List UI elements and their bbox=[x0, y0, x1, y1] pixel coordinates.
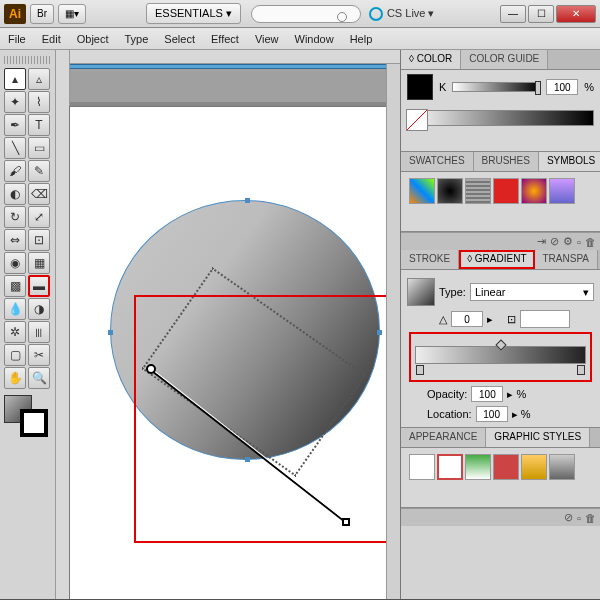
free-transform-tool[interactable]: ⊡ bbox=[28, 229, 50, 251]
magic-wand-tool[interactable]: ✦ bbox=[4, 91, 26, 113]
symbol-break-icon[interactable]: ⊘ bbox=[550, 235, 559, 248]
pencil-tool[interactable]: ✎ bbox=[28, 160, 50, 182]
fill-stroke-control[interactable] bbox=[4, 395, 51, 435]
doc-header bbox=[70, 64, 400, 102]
tab-appearance[interactable]: APPEARANCE bbox=[401, 428, 486, 447]
symbol-ribbon[interactable] bbox=[493, 178, 519, 204]
symbol-cube[interactable] bbox=[409, 178, 435, 204]
width-tool[interactable]: ⇔ bbox=[4, 229, 26, 251]
style-break-icon[interactable]: ⊘ bbox=[564, 511, 573, 524]
aspect-dropdown[interactable] bbox=[520, 310, 570, 328]
k-slider[interactable] bbox=[452, 82, 540, 92]
bridge-button[interactable]: Br bbox=[30, 4, 54, 24]
style-5[interactable] bbox=[521, 454, 547, 480]
opacity-input[interactable] bbox=[471, 386, 503, 402]
gradient-stop-right[interactable] bbox=[577, 365, 585, 375]
symbol-delete-icon[interactable]: 🗑 bbox=[585, 236, 596, 248]
menu-type[interactable]: Type bbox=[125, 33, 149, 45]
gradient-angle-input[interactable] bbox=[451, 311, 483, 327]
symbol-orb[interactable] bbox=[521, 178, 547, 204]
blob-brush-tool[interactable]: ◐ bbox=[4, 183, 26, 205]
tab-color-guide[interactable]: COLOR GUIDE bbox=[461, 50, 548, 69]
style-delete-icon[interactable]: 🗑 bbox=[585, 512, 596, 524]
style-4[interactable] bbox=[493, 454, 519, 480]
style-2[interactable] bbox=[437, 454, 463, 480]
paintbrush-tool[interactable]: 🖌 bbox=[4, 160, 26, 182]
symbol-new-icon[interactable]: ▫ bbox=[577, 236, 581, 248]
tab-gradient[interactable]: ◊ GRADIENT bbox=[459, 250, 534, 269]
mesh-tool[interactable]: ▩ bbox=[4, 275, 26, 297]
gradient-type-dropdown[interactable]: Linear▾ bbox=[470, 283, 594, 301]
scrollbar-vertical[interactable] bbox=[386, 64, 400, 599]
pen-tool[interactable]: ✒ bbox=[4, 114, 26, 136]
close-button[interactable]: ✕ bbox=[556, 5, 596, 23]
selection-tool[interactable]: ▴ bbox=[4, 68, 26, 90]
shape-builder-tool[interactable]: ◉ bbox=[4, 252, 26, 274]
style-3[interactable] bbox=[465, 454, 491, 480]
symbol-ink[interactable] bbox=[437, 178, 463, 204]
hand-tool[interactable]: ✋ bbox=[4, 367, 26, 389]
scale-tool[interactable]: ⤢ bbox=[28, 206, 50, 228]
anchor-left[interactable] bbox=[108, 330, 113, 335]
gradient-ramp[interactable] bbox=[415, 346, 586, 364]
symbol-grass[interactable] bbox=[465, 178, 491, 204]
symbol-sprayer-tool[interactable]: ✲ bbox=[4, 321, 26, 343]
tab-graphic-styles[interactable]: GRAPHIC STYLES bbox=[486, 428, 590, 447]
rotate-tool[interactable]: ↻ bbox=[4, 206, 26, 228]
blend-tool[interactable]: ◑ bbox=[28, 298, 50, 320]
doc-tab-bar[interactable] bbox=[70, 64, 400, 69]
rectangle-tool[interactable]: ▭ bbox=[28, 137, 50, 159]
tab-brushes[interactable]: BRUSHES bbox=[474, 152, 539, 171]
panel-grip[interactable] bbox=[4, 56, 51, 64]
cs-live-button[interactable]: CS Live ▾ bbox=[369, 7, 435, 21]
menu-file[interactable]: File bbox=[8, 33, 26, 45]
zoom-tool[interactable]: 🔍 bbox=[28, 367, 50, 389]
line-tool[interactable]: ╲ bbox=[4, 137, 26, 159]
midpoint-diamond[interactable] bbox=[495, 339, 506, 350]
tab-symbols[interactable]: SYMBOLS bbox=[539, 152, 600, 171]
gradient-preview[interactable] bbox=[407, 278, 435, 306]
arrange-docs-button[interactable]: ▦▾ bbox=[58, 4, 86, 24]
cslive-icon bbox=[369, 7, 383, 21]
lasso-tool[interactable]: ⌇ bbox=[28, 91, 50, 113]
menu-help[interactable]: Help bbox=[350, 33, 373, 45]
symbol-place-icon[interactable]: ⇥ bbox=[537, 235, 546, 248]
color-fill-swatch[interactable] bbox=[407, 74, 433, 100]
slice-tool[interactable]: ✂ bbox=[28, 344, 50, 366]
gradient-tool[interactable]: ▬ bbox=[28, 275, 50, 297]
menu-object[interactable]: Object bbox=[77, 33, 109, 45]
anchor-top[interactable] bbox=[245, 198, 250, 203]
menu-window[interactable]: Window bbox=[295, 33, 334, 45]
menu-view[interactable]: View bbox=[255, 33, 279, 45]
direct-selection-tool[interactable]: ▵ bbox=[28, 68, 50, 90]
menu-select[interactable]: Select bbox=[164, 33, 195, 45]
perspective-tool[interactable]: ▦ bbox=[28, 252, 50, 274]
tab-transparency[interactable]: TRANSPA bbox=[535, 250, 599, 269]
minimize-button[interactable]: — bbox=[500, 5, 526, 23]
maximize-button[interactable]: ☐ bbox=[528, 5, 554, 23]
symbol-options-icon[interactable]: ⚙ bbox=[563, 235, 573, 248]
graph-tool[interactable]: ⫼ bbox=[28, 321, 50, 343]
eyedropper-tool[interactable]: 💧 bbox=[4, 298, 26, 320]
tab-swatches[interactable]: SWATCHES bbox=[401, 152, 474, 171]
menu-edit[interactable]: Edit bbox=[42, 33, 61, 45]
k-value-input[interactable] bbox=[546, 79, 578, 95]
style-new-icon[interactable]: ▫ bbox=[577, 512, 581, 524]
style-default[interactable] bbox=[409, 454, 435, 480]
eraser-tool[interactable]: ⌫ bbox=[28, 183, 50, 205]
stroke-swatch[interactable] bbox=[20, 409, 48, 437]
location-input[interactable] bbox=[476, 406, 508, 422]
type-tool[interactable]: T bbox=[28, 114, 50, 136]
channel-label: K bbox=[439, 81, 446, 93]
tab-stroke[interactable]: STROKE bbox=[401, 250, 459, 269]
symbol-cloud[interactable] bbox=[549, 178, 575, 204]
gradient-stop-left[interactable] bbox=[416, 365, 424, 375]
location-label: Location: bbox=[427, 408, 472, 420]
color-spectrum[interactable] bbox=[407, 110, 594, 126]
canvas[interactable] bbox=[56, 50, 400, 599]
tab-color[interactable]: ◊ COLOR bbox=[401, 50, 461, 69]
menu-effect[interactable]: Effect bbox=[211, 33, 239, 45]
workspace-switcher[interactable]: ESSENTIALS ▾ bbox=[146, 3, 241, 24]
style-6[interactable] bbox=[549, 454, 575, 480]
artboard-tool[interactable]: ▢ bbox=[4, 344, 26, 366]
